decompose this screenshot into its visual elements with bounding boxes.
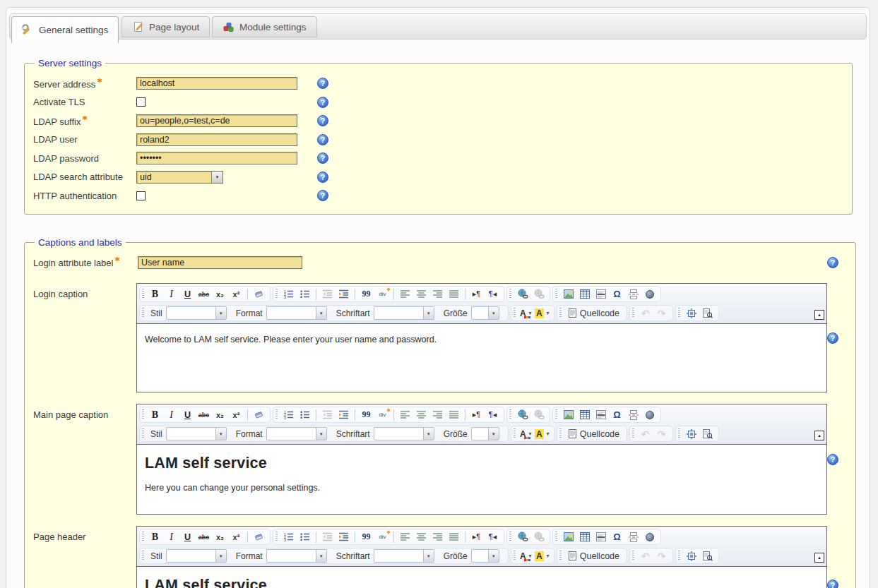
align-right-icon[interactable] [429,287,446,301]
image-icon[interactable] [560,407,576,422]
align-left-icon[interactable] [397,407,413,422]
help-icon[interactable]: ? [317,152,328,164]
remove-format-icon[interactable] [251,529,267,544]
preview-icon[interactable] [699,548,716,563]
format-select[interactable]: ▾ [266,427,327,440]
background-color-icon[interactable]: A▾ [535,306,551,320]
maximize-icon[interactable] [683,548,699,563]
format-select[interactable]: ▾ [266,306,327,320]
strikethrough-icon[interactable]: abc [196,287,212,301]
undo-icon[interactable]: ↶ [637,306,653,320]
horizontal-rule-icon[interactable] [593,287,609,301]
image-icon[interactable] [560,529,576,544]
align-justify-icon[interactable] [446,529,462,544]
italic-icon[interactable]: I [163,407,179,422]
maximize-icon[interactable] [683,426,699,441]
underline-icon[interactable]: U [179,407,196,422]
bulleted-list-icon[interactable] [297,529,313,544]
remove-format-icon[interactable] [251,287,267,301]
background-color-icon[interactable]: A▾ [535,548,551,563]
size-select[interactable]: ▾ [471,427,499,440]
help-icon[interactable]: ? [827,580,838,588]
blockquote-icon[interactable]: 99 [358,287,374,301]
preview-icon[interactable] [699,306,716,320]
numbered-list-icon[interactable]: 123 [280,407,297,422]
strikethrough-icon[interactable]: abc [196,407,212,422]
text-color-icon[interactable]: A▾ [518,306,535,320]
toolbar-collapse-button[interactable]: ▴ [814,310,824,320]
numbered-list-icon[interactable]: 123 [280,529,297,544]
tab-page-layout[interactable]: Page layout [121,16,210,37]
http-authentication-checkbox[interactable] [136,191,146,200]
text-direction-rtl-icon[interactable]: ¶◂ [485,407,501,422]
blockquote-icon[interactable]: 99 [358,529,374,544]
font-select[interactable]: ▾ [374,427,434,440]
special-char-icon[interactable]: Ω [609,287,625,301]
superscript-icon[interactable]: x² [228,287,244,301]
indent-icon[interactable] [336,407,352,422]
outdent-icon[interactable] [319,407,336,422]
iframe-icon[interactable] [641,407,658,422]
text-direction-rtl-icon[interactable]: ¶◂ [485,287,501,301]
align-justify-icon[interactable] [446,407,462,422]
subscript-icon[interactable]: x₂ [212,407,228,422]
source-button[interactable]: Quellcode [564,306,624,320]
align-left-icon[interactable] [397,287,413,301]
page-break-icon[interactable] [625,407,641,422]
background-color-icon[interactable]: A▾ [535,426,551,441]
table-icon[interactable] [576,287,593,301]
help-icon[interactable]: ? [827,454,838,465]
align-center-icon[interactable] [413,407,429,422]
text-color-icon[interactable]: A▾ [518,548,535,563]
italic-icon[interactable]: I [163,287,179,301]
help-icon[interactable]: ? [827,257,838,268]
style-select[interactable]: ▾ [166,306,227,320]
horizontal-rule-icon[interactable] [593,529,609,544]
div-container-icon[interactable]: div [374,407,391,422]
style-select[interactable]: ▾ [166,549,227,563]
blockquote-icon[interactable]: 99 [358,407,374,422]
bold-icon[interactable]: B [147,407,163,422]
help-icon[interactable]: ? [827,332,838,344]
size-select[interactable]: ▾ [471,549,499,563]
indent-icon[interactable] [336,287,352,301]
source-button[interactable]: Quellcode [564,426,624,441]
toolbar-collapse-button[interactable]: ▴ [814,431,824,440]
outdent-icon[interactable] [319,287,336,301]
editor-content-area[interactable]: Welcome to LAM self service. Please ente… [137,323,826,392]
special-char-icon[interactable]: Ω [609,407,625,422]
activate-tls-checkbox[interactable] [136,97,146,107]
ldap-suffix-input[interactable] [136,114,297,127]
align-right-icon[interactable] [429,407,446,422]
subscript-icon[interactable]: x₂ [212,529,228,544]
text-direction-ltr-icon[interactable]: ▸¶ [468,407,485,422]
strikethrough-icon[interactable]: abc [196,529,212,544]
iframe-icon[interactable] [641,529,658,544]
maximize-icon[interactable] [683,306,699,320]
login-attribute-label-input[interactable] [138,256,302,269]
editor-content-area[interactable]: LAM self service [137,566,826,588]
align-justify-icon[interactable] [446,287,462,301]
indent-icon[interactable] [336,529,352,544]
editor-content-area[interactable]: LAM self service Here you can change you… [137,444,826,514]
help-icon[interactable]: ? [317,78,328,89]
text-direction-ltr-icon[interactable]: ▸¶ [468,529,485,544]
special-char-icon[interactable]: Ω [609,529,625,544]
redo-icon[interactable]: ↷ [653,548,670,563]
table-icon[interactable] [576,529,593,544]
underline-icon[interactable]: U [179,529,196,544]
preview-icon[interactable] [699,426,716,441]
source-button[interactable]: Quellcode [564,548,624,563]
tab-module-settings[interactable]: Module settings [212,16,317,37]
bulleted-list-icon[interactable] [297,407,313,422]
text-direction-rtl-icon[interactable]: ¶◂ [485,529,501,544]
image-icon[interactable] [560,287,576,301]
numbered-list-icon[interactable]: 123 [280,287,297,301]
div-container-icon[interactable]: div [374,287,391,301]
server-address-input[interactable] [136,77,297,90]
horizontal-rule-icon[interactable] [593,407,609,422]
help-icon[interactable]: ? [317,97,328,108]
remove-format-icon[interactable] [251,407,267,422]
align-left-icon[interactable] [397,529,413,544]
link-icon[interactable] [514,529,530,544]
